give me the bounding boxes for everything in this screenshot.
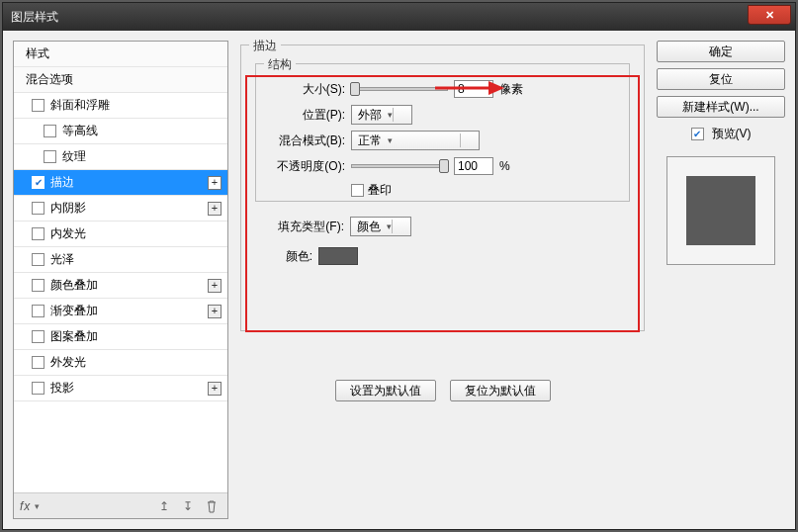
add-effect-icon[interactable]: + (208, 382, 222, 396)
slider-thumb[interactable] (350, 82, 360, 96)
ok-button[interactable]: 确定 (657, 41, 785, 62)
fill-group: 填充类型(F): 颜色▾ 颜色: (255, 212, 630, 310)
checkbox[interactable] (32, 227, 44, 240)
list-head-blend[interactable]: 混合选项 (14, 67, 227, 93)
fx-label: fx (20, 499, 31, 513)
default-buttons: 设置为默认值 复位为默认值 (241, 380, 644, 401)
checkbox[interactable] (32, 356, 44, 369)
overprint-label: 叠印 (368, 182, 392, 199)
size-input[interactable] (454, 80, 493, 98)
action-panel: 确定 复位 新建样式(W)... 预览(V) (657, 41, 785, 519)
checkbox[interactable] (32, 279, 44, 292)
checkbox[interactable] (32, 99, 44, 112)
preview-label: 预览(V) (712, 126, 752, 142)
blend-mode-dropdown[interactable]: 正常▾ (351, 131, 480, 150)
close-button[interactable]: ✕ (748, 5, 791, 25)
styles-list: 样式 混合选项 斜面和浮雕 等高线 纹理 描边+ 内阴影+ 内发光 光泽 颜色叠… (14, 42, 227, 492)
structure-fieldset: 结构 大小(S): 像素 位置(P): 外部▾ 混合模式 (255, 63, 630, 202)
size-slider[interactable] (351, 87, 448, 91)
list-item-inner-glow[interactable]: 内发光 (14, 222, 227, 247)
list-head-styles[interactable]: 样式 (14, 42, 227, 67)
opacity-slider[interactable] (351, 164, 448, 168)
dialog-content: 样式 混合选项 斜面和浮雕 等高线 纹理 描边+ 内阴影+ 内发光 光泽 颜色叠… (3, 31, 795, 529)
list-item-contour[interactable]: 等高线 (14, 119, 227, 144)
add-effect-icon[interactable]: + (208, 176, 222, 190)
list-item-outer-glow[interactable]: 外发光 (14, 350, 227, 376)
fill-type-label: 填充类型(F): (255, 219, 344, 235)
stroke-settings-panel: 描边 结构 大小(S): 像素 位置(P): 外部▾ (238, 41, 647, 519)
slider-thumb[interactable] (439, 159, 449, 173)
color-swatch[interactable] (318, 247, 358, 265)
list-item-color-overlay[interactable]: 颜色叠加+ (14, 273, 227, 299)
stroke-fieldset: 描边 结构 大小(S): 像素 位置(P): 外部▾ (240, 44, 645, 331)
styles-list-panel: 样式 混合选项 斜面和浮雕 等高线 纹理 描边+ 内阴影+ 内发光 光泽 颜色叠… (13, 41, 228, 519)
opacity-input[interactable] (454, 157, 493, 175)
opacity-unit: % (499, 159, 510, 173)
preview-box (666, 156, 775, 265)
opacity-label: 不透明度(O): (256, 158, 345, 175)
move-down-icon[interactable]: ↧ (178, 496, 198, 516)
preview-toggle-row: 预览(V) (657, 126, 785, 142)
list-item-inner-shadow[interactable]: 内阴影+ (14, 196, 227, 222)
checkbox[interactable] (32, 330, 44, 343)
trash-icon[interactable] (202, 496, 222, 516)
titlebar: 图层样式 ✕ (3, 3, 795, 31)
fill-type-dropdown[interactable]: 颜色▾ (350, 217, 411, 236)
move-up-icon[interactable]: ↥ (154, 496, 174, 516)
overprint-checkbox[interactable] (351, 184, 364, 197)
checkbox[interactable] (32, 382, 44, 395)
reset-default-button[interactable]: 复位为默认值 (450, 380, 551, 401)
stroke-fieldset-label: 描边 (249, 38, 281, 54)
make-default-button[interactable]: 设置为默认值 (335, 380, 436, 401)
list-item-stroke[interactable]: 描边+ (14, 170, 227, 196)
checkbox[interactable] (32, 202, 44, 215)
list-item-pattern-overlay[interactable]: 图案叠加 (14, 324, 227, 350)
list-footer: fx ▾ ↥ ↧ (14, 492, 227, 518)
checkbox[interactable] (32, 176, 44, 189)
cancel-button[interactable]: 复位 (657, 68, 785, 90)
checkbox[interactable] (44, 150, 56, 163)
add-effect-icon[interactable]: + (208, 279, 222, 293)
list-item-drop-shadow[interactable]: 投影+ (14, 376, 227, 401)
list-item-bevel[interactable]: 斜面和浮雕 (14, 93, 227, 119)
add-effect-icon[interactable]: + (208, 202, 222, 216)
position-label: 位置(P): (256, 107, 345, 124)
layer-style-dialog: 图层样式 ✕ 样式 混合选项 斜面和浮雕 等高线 纹理 描边+ 内阴影+ 内发光… (2, 2, 796, 530)
list-item-gradient-overlay[interactable]: 渐变叠加+ (14, 299, 227, 324)
list-item-satin[interactable]: 光泽 (14, 247, 227, 273)
blend-mode-label: 混合模式(B): (256, 133, 345, 149)
checkbox[interactable] (44, 125, 56, 137)
size-unit: 像素 (499, 81, 523, 98)
add-effect-icon[interactable]: + (208, 305, 222, 318)
size-label: 大小(S): (256, 81, 345, 98)
preview-checkbox[interactable] (691, 128, 704, 140)
position-dropdown[interactable]: 外部▾ (351, 105, 412, 125)
color-label: 颜色: (255, 248, 312, 265)
checkbox[interactable] (32, 305, 44, 317)
window-title: 图层样式 (11, 9, 58, 26)
new-style-button[interactable]: 新建样式(W)... (657, 96, 785, 118)
close-icon: ✕ (765, 9, 774, 22)
chevron-down-icon: ▾ (388, 135, 393, 145)
structure-fieldset-label: 结构 (264, 56, 296, 73)
checkbox[interactable] (32, 253, 44, 266)
list-item-texture[interactable]: 纹理 (14, 144, 227, 170)
preview-swatch (686, 176, 755, 245)
